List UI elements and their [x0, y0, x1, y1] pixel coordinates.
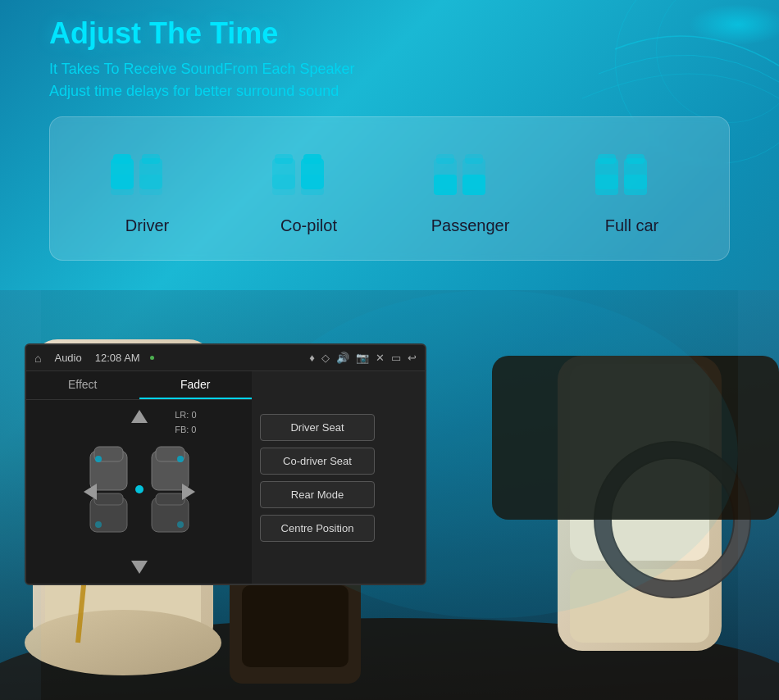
svg-rect-4 [142, 154, 160, 164]
camera-icon[interactable]: 📷 [356, 352, 369, 364]
seat-option-driver[interactable]: Driver [102, 142, 193, 235]
svg-rect-5 [111, 175, 134, 195]
subtitle1: It Takes To Receive SoundFrom Each Speak… [49, 61, 730, 78]
svg-rect-22 [626, 154, 645, 164]
tab-effect[interactable]: Effect [26, 371, 139, 399]
arrow-left[interactable] [84, 484, 97, 500]
svg-rect-23 [595, 175, 618, 195]
lr-fb-info: LR: 0 FB: 0 [175, 408, 196, 437]
svg-rect-2 [113, 154, 131, 164]
svg-point-56 [177, 456, 184, 462]
svg-rect-10 [303, 154, 321, 164]
head-unit: ⌂ Audio 12:08 AM ♦ ◇ 🔊 📷 ✕ ▭ ↩ Effect Fa… [25, 343, 426, 585]
rear-mode-button[interactable]: Rear Mode [260, 481, 375, 508]
svg-point-55 [95, 456, 102, 462]
seat-mode-panel: Driver Co-pilot [49, 116, 730, 261]
driver-seat-icon [102, 142, 193, 203]
svg-rect-17 [434, 175, 457, 195]
svg-point-54 [135, 485, 144, 493]
fb-value: FB: 0 [175, 423, 196, 438]
svg-rect-51 [94, 493, 123, 505]
fullcar-label: Full car [605, 216, 659, 235]
svg-rect-35 [242, 585, 348, 667]
svg-rect-24 [624, 175, 647, 195]
fader-diagram: LR: 0 FB: 0 [74, 400, 205, 584]
svg-rect-6 [139, 175, 162, 195]
svg-point-58 [177, 521, 184, 528]
subtitle2: Adjust time delays for better surround s… [49, 83, 730, 100]
home-icon[interactable]: ⌂ [34, 352, 41, 365]
top-section: Adjust The Time It Takes To Receive Soun… [49, 16, 730, 261]
svg-point-57 [95, 521, 102, 528]
main-title: Adjust The Time [49, 16, 730, 51]
arrow-right[interactable] [182, 484, 195, 500]
svg-rect-20 [598, 154, 616, 164]
copilot-seat-icon [264, 142, 354, 203]
passenger-seat-icon [426, 142, 516, 203]
svg-point-30 [25, 610, 221, 675]
arrow-up[interactable] [131, 410, 148, 423]
svg-rect-16 [465, 154, 483, 164]
window-icon[interactable]: ▭ [391, 352, 401, 364]
signal-icon: ◇ [321, 352, 330, 364]
fullcar-seat-icon [587, 142, 677, 203]
status-bar: ⌂ Audio 12:08 AM ♦ ◇ 🔊 📷 ✕ ▭ ↩ [26, 345, 425, 371]
svg-rect-8 [275, 154, 293, 164]
co-driver-seat-button[interactable]: Co-driver Seat [260, 448, 375, 475]
controls-panel: Driver Seat Co-driver Seat Rear Mode Cen… [252, 371, 425, 584]
location-icon: ♦ [309, 352, 315, 364]
svg-rect-12 [301, 175, 324, 195]
lr-value: LR: 0 [175, 408, 196, 423]
svg-rect-53 [156, 493, 184, 505]
svg-rect-11 [272, 175, 295, 195]
seat-option-passenger[interactable]: Passenger [426, 142, 516, 235]
app-name: Audio [54, 352, 81, 364]
arrow-down[interactable] [131, 561, 148, 574]
fader-visual-panel: Effect Fader LR: 0 FB: 0 [26, 371, 252, 584]
seat-option-copilot[interactable]: Co-pilot [264, 142, 354, 235]
svg-rect-14 [436, 154, 454, 164]
volume-icon[interactable]: 🔊 [336, 352, 349, 364]
passenger-label: Passenger [431, 216, 510, 235]
centre-position-button[interactable]: Centre Position [260, 515, 375, 542]
status-icons: ♦ ◇ 🔊 📷 ✕ ▭ ↩ [309, 352, 417, 364]
tab-bar: Effect Fader [26, 371, 252, 400]
close-icon[interactable]: ✕ [376, 352, 385, 364]
back-icon[interactable]: ↩ [408, 352, 417, 364]
status-time: 12:08 AM [95, 352, 140, 364]
seat-option-fullcar[interactable]: Full car [587, 142, 677, 235]
driver-seat-button[interactable]: Driver Seat [260, 414, 375, 441]
svg-rect-18 [462, 175, 485, 195]
driver-label: Driver [125, 216, 169, 235]
svg-rect-44 [738, 290, 779, 700]
copilot-label: Co-pilot [280, 216, 337, 235]
status-dot [150, 356, 154, 360]
tab-fader[interactable]: Fader [139, 371, 253, 399]
unit-content: Effect Fader LR: 0 FB: 0 [26, 371, 425, 584]
